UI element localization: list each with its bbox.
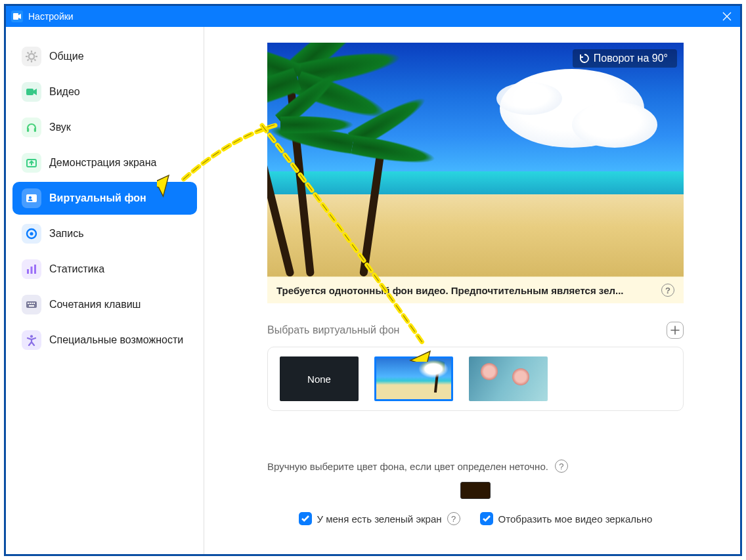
background-option-none[interactable]: None: [280, 356, 359, 401]
gear-icon: [22, 47, 41, 66]
select-background-title: Выбрать виртуальный фон: [267, 324, 399, 336]
manual-color-row: Вручную выберите цвет фона, если цвет оп…: [267, 460, 684, 473]
svg-line-7: [34, 59, 35, 60]
svg-point-15: [29, 196, 32, 199]
svg-rect-26: [29, 305, 34, 307]
main-pane: Поворот на 90° Требуется однотонный фон …: [204, 27, 740, 554]
sidebar-item-label: Виртуальный фон: [49, 192, 146, 205]
svg-rect-11: [27, 128, 29, 132]
sidebar-item-chart[interactable]: Статистика: [12, 253, 197, 286]
accessibility-icon: [22, 330, 41, 350]
sidebar-item-label: Демонстрация экрана: [49, 156, 157, 169]
rotate-90-label: Поворот на 90°: [594, 53, 668, 64]
window-title: Настройки: [28, 11, 74, 22]
help-icon[interactable]: ?: [447, 512, 460, 525]
record-icon: [22, 224, 41, 244]
svg-rect-22: [28, 303, 29, 304]
svg-rect-12: [34, 128, 36, 132]
background-color-swatch[interactable]: [460, 482, 491, 499]
sidebar-item-label: Статистика: [49, 263, 104, 276]
mirror-video-checkbox[interactable]: [480, 512, 493, 525]
svg-rect-10: [26, 89, 33, 95]
svg-point-1: [29, 54, 34, 59]
sidebar-item-label: Звук: [49, 121, 71, 134]
background-option-flowers[interactable]: [469, 356, 548, 401]
mirror-video-label: Отобразить мое видео зеркально: [498, 513, 653, 525]
svg-rect-23: [30, 303, 31, 304]
sidebar-item-camera[interactable]: Видео: [12, 75, 197, 108]
svg-rect-0: [13, 13, 18, 20]
sidebar-item-keyboard[interactable]: Сочетания клавиш: [12, 288, 197, 321]
select-background-header: Выбрать виртуальный фон: [267, 322, 684, 339]
contact-icon: [22, 188, 41, 208]
svg-point-27: [30, 335, 33, 337]
sidebar-item-share[interactable]: Демонстрация экрана: [12, 146, 197, 179]
sidebar-item-label: Запись: [49, 227, 84, 240]
help-icon[interactable]: ?: [555, 460, 568, 473]
background-option-beach[interactable]: [374, 356, 453, 401]
close-button[interactable]: [719, 9, 735, 24]
svg-rect-20: [34, 265, 36, 274]
settings-window: Настройки ОбщиеВидеоЗвукДемонстрация экр…: [4, 4, 742, 556]
sidebar-item-label: Специальные возможности: [49, 334, 183, 347]
app-icon: [11, 11, 23, 22]
svg-rect-21: [26, 301, 37, 308]
sidebar-item-contact[interactable]: Виртуальный фон: [12, 182, 197, 215]
svg-rect-19: [31, 267, 33, 274]
share-icon: [22, 153, 41, 173]
rotate-icon: [579, 53, 590, 64]
none-label: None: [307, 374, 331, 385]
sidebar-item-label: Общие: [49, 50, 84, 63]
green-screen-checkbox[interactable]: [299, 512, 312, 525]
sidebar-item-label: Видео: [49, 85, 80, 98]
background-thumbnails: None: [267, 347, 684, 411]
checkboxes-row: У меня есть зеленый экран ? Отобразить м…: [267, 512, 684, 525]
svg-line-6: [28, 53, 29, 54]
rotate-90-button[interactable]: Поворот на 90°: [573, 49, 677, 68]
svg-rect-14: [26, 194, 37, 202]
help-icon[interactable]: ?: [661, 284, 674, 297]
titlebar: Настройки: [6, 6, 740, 27]
keyboard-icon: [22, 295, 41, 314]
chart-icon: [22, 259, 41, 279]
sidebar-item-accessibility[interactable]: Специальные возможности: [12, 324, 197, 356]
headphones-icon: [22, 118, 41, 137]
svg-rect-24: [32, 303, 33, 304]
sidebar: ОбщиеВидеоЗвукДемонстрация экранаВиртуал…: [6, 27, 204, 554]
warning-bar: Требуется однотонный фон видео. Предпочт…: [267, 276, 684, 303]
svg-rect-25: [33, 303, 35, 304]
svg-line-8: [28, 59, 29, 60]
sidebar-item-label: Сочетания клавиш: [49, 298, 141, 311]
manual-color-text: Вручную выберите цвет фона, если цвет оп…: [267, 461, 548, 472]
video-preview: Поворот на 90°: [267, 43, 684, 276]
sidebar-item-headphones[interactable]: Звук: [12, 111, 197, 144]
sidebar-item-record[interactable]: Запись: [12, 217, 197, 250]
green-screen-label: У меня есть зеленый экран: [317, 513, 442, 525]
sidebar-item-gear[interactable]: Общие: [12, 40, 197, 73]
camera-icon: [22, 82, 41, 102]
warning-text: Требуется однотонный фон видео. Предпочт…: [276, 285, 624, 296]
svg-point-17: [30, 232, 33, 235]
svg-line-9: [34, 53, 35, 54]
add-background-button[interactable]: [667, 322, 684, 339]
svg-rect-18: [27, 269, 29, 274]
plus-icon: [670, 326, 680, 335]
